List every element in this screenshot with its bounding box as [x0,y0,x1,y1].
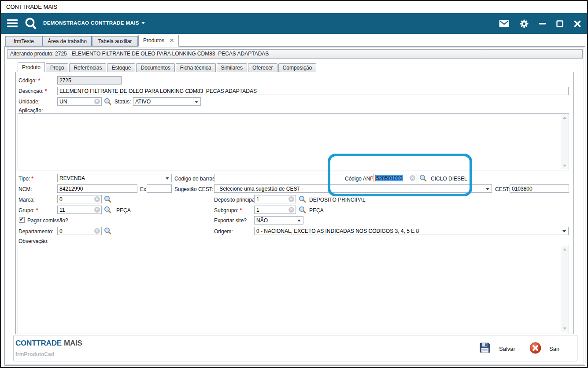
subgrupo-label: Subgrupo:* [214,207,242,213]
grupo-lookup-icon[interactable] [104,206,111,213]
sugestao-cest-label: Sugestão CEST: [174,186,213,192]
codigo-barras-input[interactable] [214,174,342,182]
top-toolbar: DEMONSTRACAO CONTTRADE MAIS [1,13,587,34]
origem-label: Origem: [214,228,233,235]
company-menu[interactable]: DEMONSTRACAO CONTTRADE MAIS [43,20,145,26]
brand-primary: CONTTRADE [15,339,62,347]
tab-produto[interactable]: Produto [18,62,45,72]
observacao-textarea[interactable] [18,245,569,333]
grupo-clear-icon[interactable]: ✕ [94,207,100,213]
marca-label: Marca: [18,197,35,203]
scroll-up-icon[interactable] [563,248,566,250]
app-window: CONTTRADE MAIS DEMONSTRACAO CONTTRADE MA… [0,0,588,368]
sugestao-cest-select[interactable]: - Selecione uma sugestão de CEST - [214,184,492,193]
ncm-input[interactable] [57,184,137,193]
tab-preco[interactable]: Preço [46,63,68,72]
deposito-label: Depósito principal: [214,197,258,203]
close-icon[interactable] [574,20,581,27]
subgrupo-lookup-icon[interactable] [299,206,306,213]
subgrupo-description: PEÇA [309,207,324,213]
tipo-label: Tipo:* [18,176,33,182]
origem-select[interactable]: 0 - NACIONAL, EXCETO AS INDICADAS NOS CÓ… [254,227,569,235]
deposito-lookup-icon[interactable] [299,195,306,203]
mail-icon[interactable] [499,20,509,27]
scroll-up-icon[interactable] [563,117,566,119]
chevron-down-icon [297,220,301,222]
window-titlebar: CONTTRADE MAIS [1,1,587,13]
aplicacao-scrollbar[interactable] [561,114,568,169]
marca-lookup-icon[interactable] [104,195,111,203]
exit-button-label: Sair [549,346,559,352]
descricao-input[interactable] [57,87,569,95]
tab-tabela-auxiliar[interactable]: Tabela auxiliar [92,36,138,46]
tab-produtos[interactable]: Produtos ✕ [138,35,179,47]
exit-button[interactable]: Sair [529,342,559,356]
tab-referencias[interactable]: Referências [69,63,106,72]
maximize-icon[interactable] [556,20,563,27]
tab-estoque[interactable]: Estoque [107,63,135,72]
brand-logo: CONTTRADEMAIS [15,339,82,348]
departamento-label: Departamento: [18,228,53,235]
cest-input[interactable] [510,184,569,193]
gear-icon[interactable] [520,19,529,28]
chevron-down-icon [166,177,169,180]
scroll-down-icon[interactable] [563,165,566,167]
grupo-description: PEÇA [116,207,131,213]
scroll-down-icon[interactable] [563,328,566,330]
codigo-anp-input[interactable]: 520501002 ✕ [373,174,417,182]
departamento-clear-icon[interactable]: ✕ [94,228,100,234]
unidade-clear-icon[interactable]: ✕ [94,99,100,104]
cest-label: CEST: [495,186,510,192]
tab-similares[interactable]: Similares [217,63,247,72]
tab-ficha-tecnica[interactable]: Ficha técnica [176,63,216,72]
pagar-comissao-label: Pagar comissão? [27,217,68,224]
codigo-input[interactable] [57,76,122,85]
deposito-clear-icon[interactable]: ✕ [288,196,294,202]
grupo-label: Grupo:* [18,207,38,213]
editing-status-bar: Alterando produto: 2725 - ELEMENTO FILTR… [7,49,583,59]
chevron-down-icon [486,188,489,190]
tab-area-de-trabalho[interactable]: Área de trabalho [43,36,92,46]
status-label: Status: [115,99,131,105]
ex-input[interactable] [147,184,172,193]
tab-close-icon[interactable]: ✕ [170,35,174,46]
pagar-comissao-checkbox[interactable]: ✔ [19,217,25,223]
exportar-site-select[interactable]: NÃO [254,216,303,224]
unidade-label: Unidade: [18,99,40,105]
minimize-icon[interactable] [539,20,546,27]
observacao-label: Observação: [18,238,48,244]
codigo-anp-lookup-icon[interactable] [419,174,427,182]
tab-frmteste[interactable]: frmTeste [5,36,43,46]
check-icon: ✔ [19,216,24,222]
hamburger-menu-icon[interactable] [7,19,18,27]
search-icon[interactable] [24,17,38,31]
exit-red-x-icon [529,342,541,356]
status-select[interactable]: ATIVO [133,97,201,106]
chevron-down-icon [195,101,198,103]
subgrupo-clear-icon[interactable]: ✕ [288,207,294,213]
save-floppy-icon [479,342,491,356]
tab-oferecer[interactable]: Oferecer [248,63,277,72]
form-id-label: frmProdutoCad [15,351,54,357]
departamento-lookup-icon[interactable] [104,227,111,235]
deposito-description: DEPOSITO PRINCIPAL [309,197,366,203]
selected-text: 520501002 [375,175,403,181]
tipo-select[interactable]: REVENDA [57,174,172,182]
company-menu-label: DEMONSTRACAO CONTTRADE MAIS [43,20,139,26]
marca-clear-icon[interactable]: ✕ [94,196,100,202]
codigo-label: Código:* [18,77,40,84]
tab-documentos[interactable]: Documentos [136,63,174,72]
save-button[interactable]: Salvar [479,342,515,356]
window-title: CONTTRADE MAIS [6,4,57,10]
aplicacao-label: Aplicação: [18,107,43,114]
chevron-down-icon [562,230,566,232]
codigo-anp-description: CICLO DIESEL [431,176,467,182]
product-form-tabstrip: Produto Preço Referências Estoque Docume… [18,62,316,72]
tab-composicao[interactable]: Composição [278,63,317,72]
ncm-label: NCM: [18,186,32,192]
unidade-lookup-icon[interactable] [104,98,111,105]
codigo-anp-clear-icon[interactable]: ✕ [410,175,415,181]
aplicacao-textarea[interactable] [18,113,569,170]
observacao-scrollbar[interactable] [561,246,568,332]
chevron-down-icon [141,22,145,24]
